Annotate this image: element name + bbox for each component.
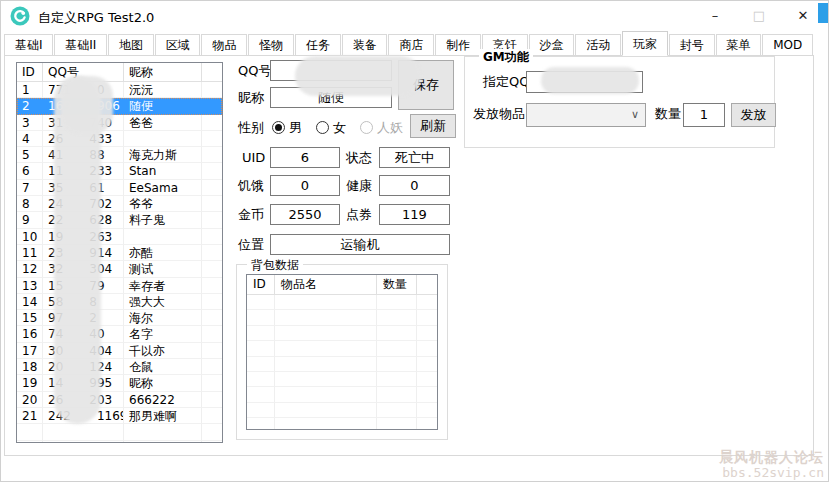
table-row[interactable]: 1123914亦酷 [17,245,222,261]
table-row[interactable]: 17710沅沅 [17,82,222,98]
hunger-value[interactable]: 0 [270,175,340,196]
tab-怪物[interactable]: 怪物 [248,34,294,55]
cell-nickname: 爷爷 [124,196,202,212]
table-row[interactable]: 1019263 [17,229,222,245]
player-table[interactable]: ID QQ号 昵称 17710沅沅2169906随便331740爸爸426433… [16,62,223,443]
cell-nickname: 随便 [124,98,202,114]
cell-nickname: 那男难啊 [124,408,202,424]
backpack-group-title: 背包数据 [247,257,303,274]
cell-nickname: 料子鬼 [124,212,202,228]
table-row[interactable]: 131579幸存者 [17,278,222,294]
points-value[interactable]: 119 [379,204,450,225]
gender-radio-男[interactable]: 男 [272,119,302,137]
cell-id: 7 [17,180,43,196]
cell-id: 10 [17,229,43,245]
tab-商店[interactable]: 商店 [388,34,434,55]
tab-制作[interactable]: 制作 [435,34,481,55]
table-row[interactable]: 2026203666222 [17,392,222,408]
backpack-row-empty [247,295,437,310]
cell-nickname: 测试 [124,261,202,277]
health-value[interactable]: 0 [379,175,450,196]
tab-活动[interactable]: 活动 [575,34,621,55]
table-row[interactable]: 426433 [17,131,222,147]
backpack-table-header: ID 物品名 数量 [247,275,437,295]
table-row-empty [17,424,222,440]
table-row-empty [17,441,222,443]
cell-nickname [124,131,202,147]
refresh-button[interactable]: 刷新 [410,114,456,138]
gender-option-label: 人妖 [377,119,403,137]
tab-菜单[interactable]: 菜单 [716,34,762,55]
col-header-id: ID [17,63,43,81]
target-qq-label: 指定QQ [483,71,529,92]
gold-value[interactable]: 2550 [270,204,340,225]
table-row[interactable]: 611233Stan [17,163,222,179]
backpack-row-empty [247,372,437,387]
tab-封号[interactable]: 封号 [669,34,715,55]
qq-label: QQ号 [238,60,271,81]
bp-col-header-id: ID [247,275,275,294]
cell-nickname: 千以亦 [124,343,202,359]
tab-基础II[interactable]: 基础II [54,34,107,55]
table-row[interactable]: 14588强大大 [17,294,222,310]
uid-label: UID [242,147,265,168]
backpack-table[interactable]: ID 物品名 数量 [246,274,438,430]
tab-MOD[interactable]: MOD [762,34,813,55]
app-logo-icon [10,6,30,26]
tab-装备[interactable]: 装备 [342,34,388,55]
chevron-down-icon: ∨ [631,108,639,121]
gender-radio-人妖[interactable]: 人妖 [360,119,403,137]
gender-radio-女[interactable]: 女 [316,119,346,137]
table-row[interactable]: 54188海克力斯 [17,147,222,163]
cell-id: 21 [17,408,43,424]
table-row[interactable]: 2169906随便 [17,98,222,114]
quantity-label: 数量 [655,103,681,124]
tab-区域[interactable]: 区域 [155,34,201,55]
table-row[interactable]: 1232304测试 [17,261,222,277]
table-row[interactable]: 922628料子鬼 [17,212,222,228]
table-row[interactable]: 1914995昵称 [17,375,222,391]
status-value[interactable]: 死亡中 [379,147,450,168]
table-row[interactable]: 73561EeSama [17,180,222,196]
title-bar: 自定义RPG Test2.0 – □ ✕ [1,1,828,32]
tab-沙盒[interactable]: 沙盒 [529,34,575,55]
nickname-label: 昵称 [238,87,264,108]
table-row[interactable]: 1820124仓鼠 [17,359,222,375]
cell-id: 9 [17,212,43,228]
give-item-select[interactable]: ∨ [526,103,646,127]
cell-nickname: 昵称 [124,375,202,391]
minimize-button[interactable]: – [693,1,737,31]
table-row[interactable]: 15972海尔 [17,310,222,326]
cell-nickname: Stan [124,163,202,179]
tab-bar: 基础I基础II地图区域物品怪物任务装备商店制作烹饪沙盒活动玩家封号菜单MOD [4,33,814,55]
col-header-nickname: 昵称 [124,63,202,81]
radio-icon [316,121,329,134]
cell-id: 19 [17,375,43,391]
tab-基础I[interactable]: 基础I [4,34,53,55]
tab-玩家[interactable]: 玩家 [622,31,668,56]
app-window: 自定义RPG Test2.0 – □ ✕ 基础I基础II地图区域物品怪物任务装备… [0,0,829,482]
backpack-row-empty [247,387,437,402]
table-row[interactable]: 1730404千以亦 [17,343,222,359]
tab-地图[interactable]: 地图 [108,34,154,55]
player-table-body: 17710沅沅2169906随便331740爸爸42643354188海克力斯6… [17,82,222,443]
cell-nickname [124,229,202,245]
cell-nickname: 名字 [124,326,202,342]
window-title: 自定义RPG Test2.0 [38,9,154,27]
cell-id: 17 [17,343,43,359]
location-value[interactable]: 运输机 [270,234,450,255]
quantity-input[interactable]: 1 [683,103,725,127]
table-row[interactable]: 167440名字 [17,326,222,342]
cell-nickname: 海尔 [124,310,202,326]
tab-任务[interactable]: 任务 [295,34,341,55]
maximize-button[interactable]: □ [737,1,781,31]
table-row[interactable]: 824702爷爷 [17,196,222,212]
table-row[interactable]: 331740爸爸 [17,115,222,131]
gender-option-label: 女 [333,119,346,137]
watermark-line2: bbs.52svip.cn [719,465,824,480]
table-row[interactable]: 2124211698那男难啊 [17,408,222,424]
uid-value[interactable]: 6 [270,147,340,168]
player-table-header: ID QQ号 昵称 [17,63,222,82]
give-button[interactable]: 发放 [731,103,776,127]
tab-物品[interactable]: 物品 [201,34,247,55]
